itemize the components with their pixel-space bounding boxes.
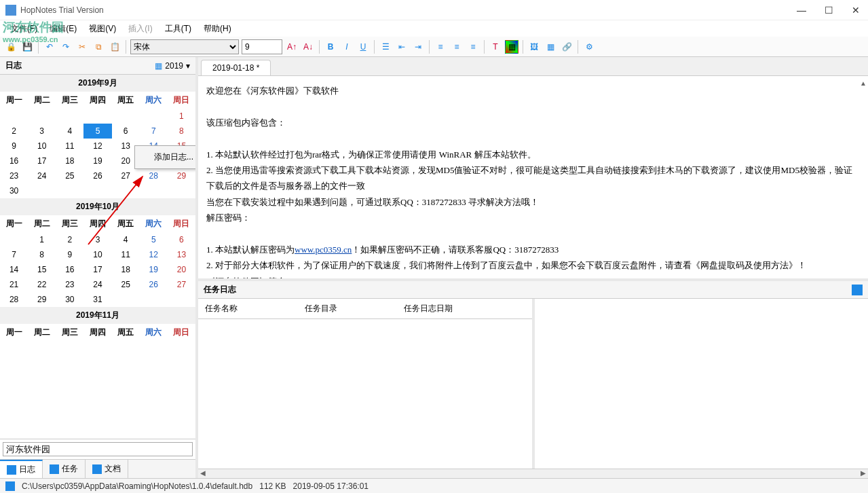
insert-link-icon[interactable]: 🔗 — [560, 40, 573, 54]
align-left-icon[interactable]: ≡ — [434, 40, 447, 54]
settings-icon[interactable]: ⚙ — [582, 40, 596, 54]
app-icon — [5, 5, 16, 16]
font-family-select[interactable]: 宋体 — [130, 39, 239, 54]
menu-file[interactable]: 文件(F) — [5, 22, 43, 36]
link-pc0359[interactable]: www.pc0359.cn — [295, 244, 352, 255]
menu-edit[interactable]: 编辑(E) — [44, 22, 82, 36]
task-col-name[interactable]: 任务名称 — [198, 299, 298, 319]
bold-icon[interactable]: B — [324, 40, 337, 54]
underline-icon[interactable]: U — [356, 40, 370, 54]
cut-icon[interactable]: ✂ — [75, 40, 89, 54]
save-icon[interactable]: 💾 — [20, 40, 34, 54]
increase-font-icon[interactable]: A↑ — [285, 40, 299, 54]
italic-icon[interactable]: I — [340, 40, 354, 54]
minimize-button[interactable]: — — [795, 5, 808, 16]
task-col-date[interactable]: 任务日志日期 — [397, 299, 531, 319]
menu-tools[interactable]: 工具(T) — [159, 22, 197, 36]
context-add-journal[interactable]: 添加日志... — [135, 149, 195, 166]
sidebar-search — [0, 439, 195, 459]
editor[interactable]: ▲ 欢迎您在《河东软件园》下载软件 该压缩包内容包含： 1. 本站默认软件经过打… — [198, 76, 868, 278]
task-save-icon[interactable] — [852, 285, 863, 295]
align-right-icon[interactable]: ≡ — [466, 40, 480, 54]
document-tabs: 2019-01-18 * — [198, 57, 868, 76]
separator — [523, 40, 523, 54]
highlight-icon[interactable]: ▦ — [505, 40, 518, 54]
insert-table-icon[interactable]: ▦ — [544, 40, 557, 54]
task-table: 任务名称 任务目录 任务日志日期 — [198, 299, 535, 469]
undo-icon[interactable]: ↶ — [43, 40, 56, 54]
sidebar: 日志 ▦ 2019 ▾ 2019年9月 周一 周二 周三 周四 周五 周六 周日 — [0, 57, 198, 478]
separator — [126, 40, 126, 54]
sidebar-header: 日志 ▦ 2019 ▾ — [0, 57, 195, 75]
window-title: HopNotes Trial Version — [20, 5, 795, 15]
copy-icon[interactable]: ⧉ — [92, 40, 105, 54]
menubar: 文件(F) 编辑(E) 视图(V) 插入(I) 工具(T) 帮助(H) — [0, 20, 868, 37]
scroll-up-icon[interactable]: ▲ — [860, 77, 867, 90]
menu-help[interactable]: 帮助(H) — [198, 22, 237, 36]
align-center-icon[interactable]: ≡ — [450, 40, 464, 54]
month-title-oct: 2019年10月 — [0, 198, 195, 215]
font-size-input[interactable] — [242, 39, 282, 54]
sidebar-tabs: 日志 任务 文档 — [0, 459, 195, 478]
context-menu: 添加日志... — [134, 145, 195, 169]
tab-tasks[interactable]: 任务 — [43, 460, 86, 478]
horizontal-scrollbar[interactable]: ◀ ▶ — [198, 469, 868, 478]
task-panel: 任务日志 任务名称 任务目录 任务日志日期 ◀ — [198, 278, 868, 478]
calendar-grid-icon[interactable]: ▦ — [155, 61, 162, 71]
separator — [578, 40, 578, 54]
task-detail-pane — [535, 299, 869, 469]
separator — [429, 40, 430, 54]
scroll-left-icon[interactable]: ◀ — [198, 469, 208, 478]
year-dropdown-icon[interactable]: ▾ — [186, 61, 190, 71]
separator — [484, 40, 485, 54]
bullet-list-icon[interactable]: ☰ — [379, 40, 392, 54]
status-size: 112 KB — [259, 481, 286, 491]
month-title-nov: 2019年11月 — [0, 307, 195, 324]
statusbar: C:\Users\pc0359\AppData\Roaming\HopNotes… — [0, 478, 868, 493]
separator — [374, 40, 375, 54]
calendar-oct[interactable]: 周一 周二 周三 周四 周五 周六 周日 123456 78910111213 … — [0, 215, 195, 307]
redo-icon[interactable]: ↷ — [59, 40, 73, 54]
tab-docs[interactable]: 文档 — [86, 460, 128, 478]
docs-tab-icon — [92, 464, 102, 474]
indent-decrease-icon[interactable]: ⇤ — [395, 40, 409, 54]
status-path: C:\Users\pc0359\AppData\Roaming\HopNotes… — [22, 481, 252, 491]
maximize-button[interactable]: ☐ — [822, 5, 835, 16]
menu-view[interactable]: 视图(V) — [83, 22, 121, 36]
separator — [319, 40, 320, 54]
paste-icon[interactable]: 📋 — [108, 40, 121, 54]
selected-date: 5 — [83, 124, 111, 139]
content-area: 2019-01-18 * ▲ 欢迎您在《河东软件园》下载软件 该压缩包内容包含：… — [198, 57, 868, 478]
decrease-font-icon[interactable]: A↓ — [301, 40, 315, 54]
calendar-nov[interactable]: 周一 周二 周三 周四 周五 周六 周日 — [0, 324, 195, 341]
document-tab[interactable]: 2019-01-18 * — [201, 60, 271, 75]
close-button[interactable]: ✕ — [849, 5, 863, 16]
journal-tab-icon — [7, 465, 16, 475]
scroll-right-icon[interactable]: ▶ — [858, 469, 868, 478]
tab-journal[interactable]: 日志 — [0, 460, 43, 478]
search-input[interactable] — [3, 442, 193, 456]
indent-increase-icon[interactable]: ⇥ — [411, 40, 425, 54]
task-col-dir[interactable]: 任务目录 — [298, 299, 398, 319]
sidebar-journal-label: 日志 — [5, 60, 155, 71]
separator — [38, 40, 39, 54]
menu-insert[interactable]: 插入(I) — [123, 22, 157, 36]
year-display[interactable]: 2019 — [165, 61, 183, 71]
month-title-sep: 2019年9月 — [0, 75, 195, 92]
insert-image-icon[interactable]: 🖼 — [527, 40, 541, 54]
titlebar: HopNotes Trial Version — ☐ ✕ — [0, 0, 868, 20]
lock-icon[interactable]: 🔒 — [4, 40, 18, 54]
toolbar: 🔒 💾 ↶ ↷ ✂ ⧉ 📋 宋体 A↑ A↓ B I U ☰ ⇤ ⇥ ≡ ≡ ≡… — [0, 37, 868, 57]
calendar-list: 2019年9月 周一 周二 周三 周四 周五 周六 周日 1 2345678 9… — [0, 75, 195, 439]
status-db-icon — [5, 481, 15, 491]
font-color-icon[interactable]: T — [489, 40, 502, 54]
task-panel-title: 任务日志 — [204, 284, 852, 295]
status-datetime: 2019-09-05 17:36:01 — [293, 481, 369, 491]
tasks-tab-icon — [50, 464, 59, 474]
